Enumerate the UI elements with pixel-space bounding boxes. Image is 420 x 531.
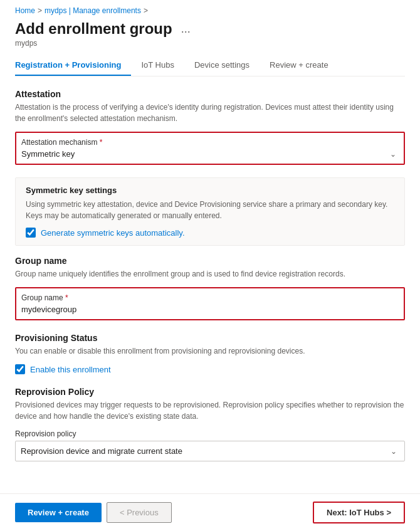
page-title-text: Add enrollment group	[15, 20, 172, 38]
next-iot-hubs-button[interactable]: Next: IoT Hubs >	[313, 502, 405, 523]
enable-enrollment-label[interactable]: Enable this enrollment	[30, 365, 111, 374]
group-name-input[interactable]	[21, 305, 399, 314]
generate-keys-label[interactable]: Generate symmetric keys automatically.	[41, 228, 185, 238]
tab-bar: Registration + Provisioning IoT Hubs Dev…	[15, 55, 405, 76]
attestation-mechanism-select[interactable]: Symmetric key X.509 certificates TPM	[21, 149, 399, 159]
generate-keys-row: Generate symmetric keys automatically.	[26, 228, 394, 238]
ellipsis-button[interactable]: ...	[177, 21, 194, 37]
review-create-button[interactable]: Review + create	[15, 503, 102, 522]
reprovision-policy-description: Provisioned devices may trigger requests…	[15, 399, 405, 422]
provisioning-status-section: Provisioning Status You can enable or di…	[15, 333, 405, 374]
generate-keys-checkbox[interactable]	[26, 228, 36, 238]
reprovision-policy-select-wrapper: Reprovision device and migrate current s…	[21, 446, 399, 456]
group-name-label: Group name *	[21, 293, 399, 302]
reprovision-policy-select[interactable]: Reprovision device and migrate current s…	[21, 446, 399, 456]
attestation-description: Attestation is the process of verifying …	[15, 102, 405, 124]
group-name-section: Group name Group name uniquely identifie…	[15, 256, 405, 320]
attestation-mechanism-field: Attestation mechanism * Symmetric key X.…	[15, 132, 405, 165]
breadcrumb-mydps[interactable]: mydps | Manage enrollments	[45, 6, 141, 15]
breadcrumb-sep2: >	[144, 6, 148, 15]
tab-iot-hubs[interactable]: IoT Hubs	[131, 55, 184, 76]
tab-registration[interactable]: Registration + Provisioning	[15, 55, 131, 76]
attestation-mechanism-select-wrapper: Symmetric key X.509 certificates TPM ⌄	[21, 149, 399, 159]
symmetric-key-description: Using symmetric key attestation, device …	[26, 199, 394, 221]
group-name-field: Group name *	[15, 287, 405, 320]
previous-button[interactable]: < Previous	[107, 502, 172, 523]
group-name-description: Group name uniquely identifies the enrol…	[15, 268, 405, 280]
reprovision-policy-field: Reprovision policy Reprovision device an…	[15, 429, 405, 461]
reprovision-policy-title: Reprovision Policy	[15, 387, 405, 397]
enable-enrollment-checkbox-wrapper	[15, 364, 25, 374]
footer: Review + create < Previous Next: IoT Hub…	[0, 493, 420, 531]
page-header: Add enrollment group ... mydps	[0, 18, 420, 48]
provisioning-status-title: Provisioning Status	[15, 333, 405, 343]
attestation-title: Attestation	[15, 89, 405, 99]
symmetric-key-section: Symmetric key settings Using symmetric k…	[15, 177, 405, 246]
page-subtitle: mydps	[15, 39, 405, 48]
enable-enrollment-row: Enable this enrollment	[15, 364, 405, 374]
provisioning-status-description: You can enable or disable this enrollmen…	[15, 345, 405, 357]
tab-device-settings[interactable]: Device settings	[184, 55, 260, 76]
attestation-section: Attestation Attestation is the process o…	[15, 89, 405, 165]
content-area: Attestation Attestation is the process o…	[0, 76, 420, 486]
reprovision-policy-section: Reprovision Policy Provisioned devices m…	[15, 387, 405, 461]
enable-enrollment-checkbox[interactable]	[15, 364, 25, 374]
tab-review-create[interactable]: Review + create	[260, 55, 339, 76]
attestation-mechanism-label: Attestation mechanism *	[21, 138, 399, 147]
breadcrumb-home[interactable]: Home	[15, 6, 35, 15]
group-name-title: Group name	[15, 256, 405, 266]
generate-keys-checkbox-wrapper	[26, 228, 36, 238]
breadcrumb-sep1: >	[38, 6, 42, 15]
reprovision-policy-select-box: Reprovision device and migrate current s…	[15, 441, 405, 461]
symmetric-key-title: Symmetric key settings	[26, 186, 394, 195]
breadcrumb: Home > mydps | Manage enrollments >	[0, 0, 420, 18]
reprovision-policy-label: Reprovision policy	[15, 429, 405, 438]
